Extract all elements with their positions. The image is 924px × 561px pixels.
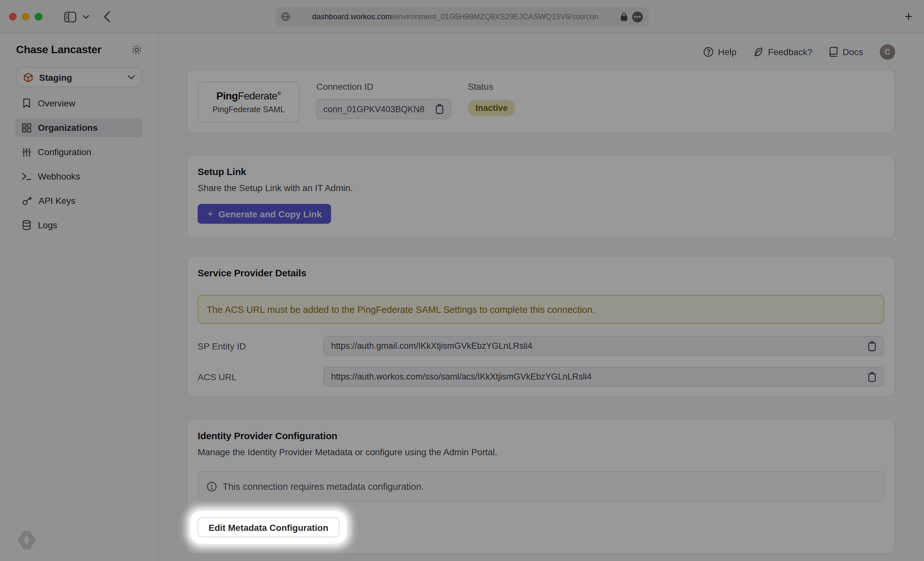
setup-link-description: Share the Setup Link with an IT Admin. xyxy=(198,183,884,193)
provider-type: PingFederate SAML xyxy=(212,105,285,114)
status-badge: Inactive xyxy=(468,100,516,116)
identity-provider-card: Identity Provider Configuration Manage t… xyxy=(187,419,895,554)
ellipsis-icon[interactable]: ••• xyxy=(632,11,643,22)
cube-icon xyxy=(23,72,33,82)
sidebar-item-configuration[interactable]: Configuration xyxy=(15,142,142,162)
terminal-icon xyxy=(22,172,32,181)
back-icon[interactable] xyxy=(103,0,110,33)
chevron-down-icon[interactable] xyxy=(83,0,89,33)
edit-metadata-configuration-button[interactable]: Edit Metadata Configuration xyxy=(198,518,339,537)
globe-icon xyxy=(281,12,290,21)
gear-icon[interactable] xyxy=(131,44,142,56)
browser-toolbar: dashboard.workos.com/environment_01G5H99… xyxy=(0,0,924,33)
setup-link-card: Setup Link Share the Setup Link with an … xyxy=(187,154,895,238)
grid-icon xyxy=(22,123,32,132)
sp-entity-id-field[interactable]: https://auth.gmail.com/IKkXtjismGVkEbzYG… xyxy=(323,336,884,356)
sidebar-item-webhooks[interactable]: Webhooks xyxy=(15,167,142,186)
avatar[interactable]: C xyxy=(880,44,895,60)
feather-icon xyxy=(753,47,764,57)
chevron-down-icon xyxy=(128,75,135,79)
environment-selector[interactable]: Staging xyxy=(16,67,142,87)
plus-icon: + xyxy=(207,208,213,220)
service-provider-title: Service Provider Details xyxy=(198,267,884,278)
setup-link-title: Setup Link xyxy=(198,166,884,177)
docs-link[interactable]: Docs xyxy=(829,47,863,57)
generate-copy-link-button[interactable]: + Generate and Copy Link xyxy=(198,204,332,224)
workos-logo xyxy=(16,530,37,551)
sidebar-item-api-keys[interactable]: API Keys xyxy=(15,191,142,210)
connection-summary-card: PingFederate® PingFederate SAML Connecti… xyxy=(187,69,895,133)
close-window-button[interactable] xyxy=(9,13,16,21)
url-text: dashboard.workos.com/environment_01G5H99… xyxy=(290,12,621,21)
help-link[interactable]: Help xyxy=(703,47,736,57)
service-provider-card: Service Provider Details The ACS URL mus… xyxy=(187,256,895,397)
main-content: Help Feedback? Docs C PingFederate® Ping… xyxy=(159,33,924,561)
sidebar-toggle-icon[interactable] xyxy=(64,0,76,33)
copy-icon[interactable] xyxy=(867,341,876,351)
metadata-info-banner: This connection requires metadata config… xyxy=(198,471,884,501)
help-icon xyxy=(703,47,714,57)
environment-label: Staging xyxy=(39,72,128,82)
browser-window: dashboard.workos.com/environment_01G5H99… xyxy=(0,0,924,561)
bookmark-icon xyxy=(22,98,32,108)
copy-icon[interactable] xyxy=(435,104,444,114)
database-icon xyxy=(22,220,32,230)
sidebar: Chase Lancaster Staging Overview xyxy=(0,33,159,561)
pingfederate-logo: PingFederate® xyxy=(216,90,281,102)
acs-url-label: ACS URL xyxy=(198,371,323,382)
address-bar[interactable]: dashboard.workos.com/environment_01G5H99… xyxy=(275,7,649,26)
account-name: Chase Lancaster xyxy=(16,43,101,57)
acs-url-value: https://auth.workos.com/sso/saml/acs/IKk… xyxy=(331,372,864,381)
status-label: Status xyxy=(468,81,516,92)
highlight-ring: Edit Metadata Configuration xyxy=(190,511,346,544)
connection-id-field[interactable]: conn_01GPKV403BQKN8 xyxy=(316,99,451,119)
provider-logo-box: PingFederate® PingFederate SAML xyxy=(198,81,300,123)
sliders-icon xyxy=(22,147,32,157)
sidebar-nav: Overview Organizations Configuration Web… xyxy=(15,94,142,235)
sidebar-item-organizations[interactable]: Organizations xyxy=(15,118,142,137)
top-utility-bar: Help Feedback? Docs C xyxy=(187,43,895,60)
connection-id-label: Connection ID xyxy=(316,81,451,92)
connection-id-value: conn_01GPKV403BQKN8 xyxy=(323,104,431,114)
sidebar-item-logs[interactable]: Logs xyxy=(15,215,142,235)
identity-provider-title: Identity Provider Configuration xyxy=(198,430,884,441)
identity-provider-description: Manage the Identity Provider Metadata or… xyxy=(198,447,884,457)
alert-circle-icon xyxy=(207,481,217,491)
new-tab-plus-icon[interactable]: + xyxy=(904,0,912,33)
feedback-link[interactable]: Feedback? xyxy=(753,47,813,57)
lock-icon xyxy=(621,12,627,21)
minimize-window-button[interactable] xyxy=(22,13,30,21)
acs-url-field[interactable]: https://auth.workos.com/sso/saml/acs/IKk… xyxy=(323,367,884,387)
zoom-window-button[interactable] xyxy=(34,13,42,21)
sp-entity-id-label: SP Entity ID xyxy=(198,341,323,351)
copy-icon[interactable] xyxy=(867,371,876,382)
sp-entity-id-value: https://auth.gmail.com/IKkXtjismGVkEbzYG… xyxy=(331,341,864,351)
sidebar-item-overview[interactable]: Overview xyxy=(15,94,142,113)
key-icon xyxy=(22,196,32,206)
acs-warning-banner: The ACS URL must be added to the PingFed… xyxy=(198,295,884,324)
book-icon xyxy=(829,47,838,57)
